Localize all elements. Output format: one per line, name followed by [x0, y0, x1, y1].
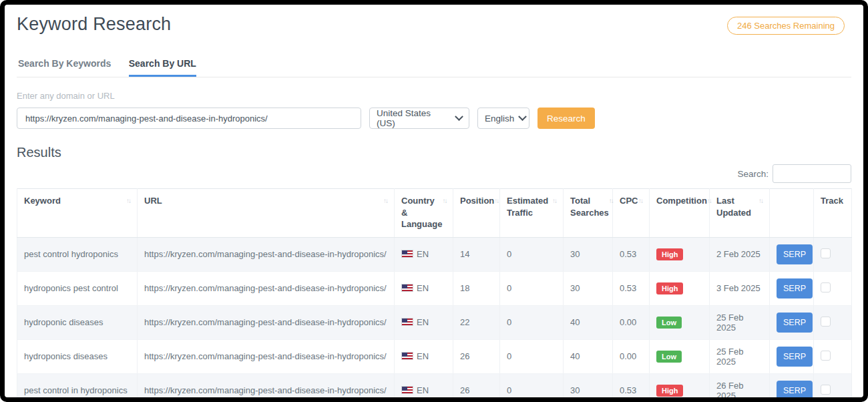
column-header-serp: [770, 189, 814, 238]
cpc-cell: 0.53: [613, 237, 650, 271]
track-checkbox[interactable]: [821, 248, 831, 258]
column-header-country-language[interactable]: Country & Language↑↓: [395, 189, 453, 238]
column-header-total-searches[interactable]: Total Searches↑↓: [564, 189, 613, 238]
position-cell: 14: [453, 237, 500, 271]
sort-icon: ↑↓: [442, 195, 446, 206]
competition-cell: Low: [650, 339, 710, 373]
track-checkbox[interactable]: [821, 351, 831, 361]
track-cell: [814, 373, 852, 397]
competition-cell: High: [650, 373, 710, 397]
track-checkbox[interactable]: [821, 282, 831, 292]
table-search-input[interactable]: [773, 164, 851, 183]
total-searches-cell: 30: [564, 237, 613, 271]
position-cell: 18: [453, 271, 500, 305]
table-row: pest control hydroponics https://kryzen.…: [17, 237, 852, 271]
page-header: Keyword Research 246 Searches Remaining: [17, 14, 851, 35]
competition-badge: Low: [656, 351, 682, 363]
competition-badge: High: [656, 282, 683, 294]
keyword-cell: hydroponics diseases: [17, 339, 138, 373]
estimated-traffic-cell: 0: [500, 305, 564, 339]
cpc-cell: 0.53: [613, 271, 650, 305]
keyword-cell: pest control in hydroponics: [17, 373, 138, 397]
column-header-track: Track: [814, 189, 852, 238]
last-updated-cell: 26 Feb 2025: [710, 373, 770, 397]
track-cell: [814, 339, 852, 373]
estimated-traffic-cell: 0: [500, 339, 564, 373]
column-header-position[interactable]: Position↑↓: [453, 189, 500, 238]
serp-button[interactable]: SERP: [777, 347, 813, 367]
chevron-down-icon: [518, 112, 527, 121]
competition-badge: High: [656, 248, 683, 260]
total-searches-cell: 30: [564, 373, 613, 397]
results-table-body: pest control hydroponics https://kryzen.…: [17, 237, 852, 397]
searches-remaining-badge: 246 Searches Remaining: [727, 17, 845, 35]
serp-cell: SERP: [770, 305, 814, 339]
chevron-down-icon: [455, 112, 463, 121]
last-updated-cell: 25 Feb 2025: [710, 305, 770, 339]
competition-cell: High: [650, 271, 710, 305]
url-input[interactable]: [17, 108, 361, 129]
us-flag-icon: [401, 284, 413, 292]
column-header-competition[interactable]: Competition↑↓: [650, 189, 710, 238]
us-flag-icon: [401, 386, 413, 394]
keyword-cell: pest control hydroponics: [17, 237, 138, 271]
url-cell: https://kryzen.com/managing-pest-and-dis…: [138, 271, 395, 305]
country-cell: EN: [395, 237, 453, 271]
keyword-research-page: Keyword Research 246 Searches Remaining …: [5, 5, 863, 397]
page-title: Keyword Research: [17, 14, 171, 35]
estimated-traffic-cell: 0: [500, 237, 564, 271]
serp-cell: SERP: [770, 373, 814, 397]
track-cell: [814, 271, 852, 305]
competition-cell: High: [650, 237, 710, 271]
column-header-cpc[interactable]: CPC↑↓: [613, 189, 650, 238]
url-cell: https://kryzen.com/managing-pest-and-dis…: [138, 373, 395, 397]
us-flag-icon: [401, 250, 413, 258]
column-header-last-updated[interactable]: Last Updated↑↓: [710, 189, 770, 238]
cpc-cell: 0.53: [613, 373, 650, 397]
table-row: hydroponics pest control https://kryzen.…: [17, 271, 852, 305]
last-updated-cell: 2 Feb 2025: [710, 237, 770, 271]
cpc-cell: 0.00: [613, 305, 650, 339]
serp-button[interactable]: SERP: [777, 381, 813, 397]
total-searches-cell: 30: [564, 271, 613, 305]
serp-button[interactable]: SERP: [777, 244, 813, 264]
sort-icon: ↑↓: [383, 195, 387, 206]
serp-cell: SERP: [770, 237, 814, 271]
column-header-estimated-traffic[interactable]: Estimated Traffic↑↓: [500, 189, 564, 238]
results-table: Keyword↑↓ URL↑↓ Country & Language↑↓ Pos…: [17, 188, 852, 397]
url-cell: https://kryzen.com/managing-pest-and-dis…: [138, 237, 395, 271]
column-header-url[interactable]: URL↑↓: [138, 189, 395, 238]
position-cell: 26: [453, 339, 500, 373]
research-button[interactable]: Research: [537, 108, 595, 129]
competition-badge: Low: [656, 317, 682, 329]
column-header-keyword[interactable]: Keyword↑↓: [17, 189, 138, 238]
us-flag-icon: [401, 352, 413, 360]
sort-icon: ↑↓: [552, 195, 556, 206]
results-heading: Results: [17, 145, 851, 160]
serp-button[interactable]: SERP: [777, 313, 813, 333]
country-cell: EN: [395, 339, 453, 373]
country-cell: EN: [395, 271, 453, 305]
sort-icon: ↑↓: [494, 195, 498, 206]
tab-search-by-url[interactable]: Search By URL: [129, 58, 196, 77]
table-row: pest control in hydroponics https://kryz…: [17, 373, 852, 397]
table-row: hydroponic diseases https://kryzen.com/m…: [17, 305, 852, 339]
url-cell: https://kryzen.com/managing-pest-and-dis…: [138, 339, 395, 373]
track-checkbox[interactable]: [821, 317, 831, 327]
serp-button[interactable]: SERP: [777, 278, 813, 298]
language-select[interactable]: English: [477, 108, 529, 129]
keyword-cell: hydroponics pest control: [17, 271, 138, 305]
tab-search-by-keywords[interactable]: Search By Keywords: [18, 58, 111, 77]
country-select[interactable]: United States (US): [369, 108, 469, 129]
position-cell: 26: [453, 373, 500, 397]
sort-icon: ↑↓: [758, 195, 763, 206]
cpc-cell: 0.00: [613, 339, 650, 373]
us-flag-icon: [401, 318, 413, 326]
sort-icon: ↑↓: [638, 195, 642, 206]
country-cell: EN: [395, 373, 453, 397]
total-searches-cell: 40: [564, 305, 613, 339]
competition-badge: High: [656, 385, 683, 397]
table-search-row: Search:: [17, 164, 851, 183]
track-checkbox[interactable]: [821, 385, 831, 395]
search-form-row: United States (US) English Research: [17, 108, 851, 129]
